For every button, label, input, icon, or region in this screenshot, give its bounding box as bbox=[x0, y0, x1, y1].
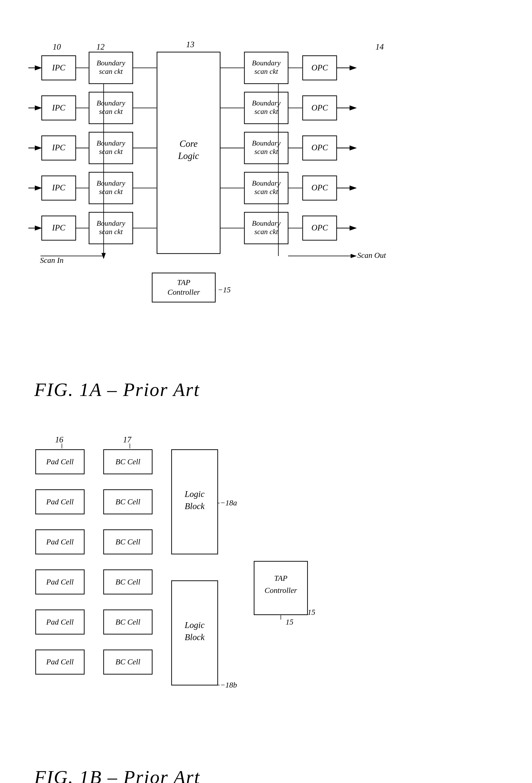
svg-text:−18a: −18a bbox=[220, 499, 237, 507]
svg-text:Pad Cell: Pad Cell bbox=[46, 658, 73, 666]
svg-text:Block: Block bbox=[185, 632, 205, 642]
svg-text:scan ckt: scan ckt bbox=[254, 67, 278, 75]
svg-text:OPC: OPC bbox=[311, 223, 328, 232]
svg-text:Boundary: Boundary bbox=[96, 219, 125, 227]
svg-text:Pad Cell: Pad Cell bbox=[46, 458, 73, 466]
fig1a-title: FIG. 1A – Prior Art bbox=[34, 379, 200, 401]
svg-text:IPC: IPC bbox=[52, 63, 66, 72]
svg-text:TAP: TAP bbox=[177, 278, 190, 287]
svg-text:−18b: −18b bbox=[220, 681, 237, 689]
svg-text:Boundary: Boundary bbox=[252, 219, 281, 227]
fig1b-diagram: 16 17 −18a −18b 15 Pad Cell Pad Cell Pad… bbox=[21, 411, 511, 767]
svg-text:Block: Block bbox=[185, 501, 205, 511]
svg-text:scan ckt: scan ckt bbox=[254, 187, 278, 196]
svg-text:Pad Cell: Pad Cell bbox=[46, 498, 73, 506]
svg-text:12: 12 bbox=[96, 42, 104, 52]
page: 10 12 13 14 IPC IPC IPC IPC IPC bbox=[0, 0, 532, 783]
svg-text:BC Cell: BC Cell bbox=[116, 618, 140, 626]
svg-text:15: 15 bbox=[307, 608, 315, 616]
svg-text:10: 10 bbox=[53, 42, 61, 52]
svg-text:OPC: OPC bbox=[311, 143, 328, 152]
svg-text:Boundary: Boundary bbox=[96, 179, 125, 187]
svg-text:IPC: IPC bbox=[52, 103, 66, 112]
svg-text:Pad Cell: Pad Cell bbox=[46, 538, 73, 546]
svg-text:Pad Cell: Pad Cell bbox=[46, 577, 73, 586]
svg-text:14: 14 bbox=[375, 42, 383, 52]
svg-text:Boundary: Boundary bbox=[252, 59, 281, 67]
fig1a-diagram: 10 12 13 14 IPC IPC IPC IPC IPC bbox=[21, 16, 511, 380]
svg-text:OPC: OPC bbox=[311, 103, 328, 112]
svg-rect-96 bbox=[152, 273, 215, 302]
svg-text:13: 13 bbox=[186, 40, 194, 49]
svg-text:17: 17 bbox=[123, 435, 132, 444]
svg-text:Logic: Logic bbox=[185, 620, 205, 630]
svg-text:Controller: Controller bbox=[265, 586, 298, 595]
svg-text:scan ckt: scan ckt bbox=[99, 147, 123, 156]
svg-text:Logic: Logic bbox=[185, 489, 205, 499]
svg-text:Core: Core bbox=[180, 139, 198, 149]
svg-text:scan ckt: scan ckt bbox=[99, 187, 123, 196]
svg-text:BC Cell: BC Cell bbox=[116, 458, 140, 466]
svg-text:scan ckt: scan ckt bbox=[254, 147, 278, 156]
svg-text:OPC: OPC bbox=[311, 63, 328, 72]
svg-text:IPC: IPC bbox=[52, 143, 66, 152]
svg-text:BC Cell: BC Cell bbox=[116, 538, 140, 546]
svg-text:Boundary: Boundary bbox=[252, 179, 281, 187]
svg-text:Logic: Logic bbox=[178, 151, 199, 161]
svg-text:16: 16 bbox=[55, 435, 64, 444]
svg-text:Boundary: Boundary bbox=[252, 139, 281, 147]
svg-text:scan ckt: scan ckt bbox=[254, 107, 278, 116]
svg-text:Pad Cell: Pad Cell bbox=[46, 618, 73, 626]
svg-text:−15: −15 bbox=[218, 285, 231, 294]
svg-text:15: 15 bbox=[286, 618, 293, 626]
svg-text:Boundary: Boundary bbox=[96, 139, 125, 147]
svg-text:Scan Out: Scan Out bbox=[357, 251, 386, 259]
svg-text:BC Cell: BC Cell bbox=[116, 498, 140, 506]
svg-text:Boundary: Boundary bbox=[252, 99, 281, 107]
fig1b-title: FIG. 1B – Prior Art bbox=[34, 766, 200, 783]
svg-text:Controller: Controller bbox=[167, 288, 200, 296]
svg-text:scan ckt: scan ckt bbox=[99, 227, 123, 236]
svg-text:BC Cell: BC Cell bbox=[116, 658, 140, 666]
svg-text:IPC: IPC bbox=[52, 183, 66, 192]
svg-text:BC Cell: BC Cell bbox=[116, 577, 140, 586]
svg-text:TAP: TAP bbox=[274, 574, 287, 583]
svg-text:scan ckt: scan ckt bbox=[99, 107, 123, 116]
svg-text:OPC: OPC bbox=[311, 183, 328, 192]
svg-text:IPC: IPC bbox=[52, 223, 66, 232]
svg-text:Boundary: Boundary bbox=[96, 59, 125, 67]
svg-text:Scan In: Scan In bbox=[40, 256, 64, 264]
svg-text:scan ckt: scan ckt bbox=[99, 67, 123, 75]
svg-text:Boundary: Boundary bbox=[96, 99, 125, 107]
svg-text:scan ckt: scan ckt bbox=[254, 227, 278, 236]
